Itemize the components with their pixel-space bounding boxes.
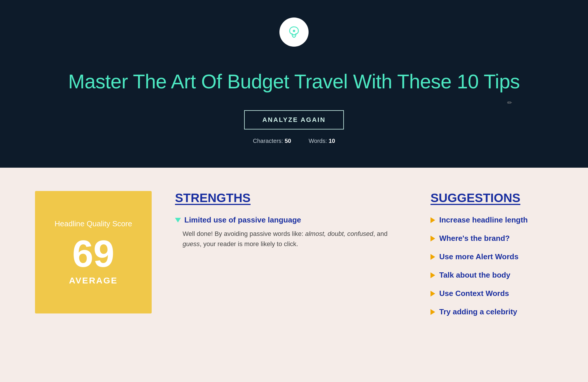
strengths-heading: STRENGTHS: [175, 191, 407, 205]
score-number: 69: [72, 235, 115, 273]
logo-container: [279, 17, 309, 47]
suggestion-arrow-icon-5: [430, 309, 435, 315]
strength-title: Limited use of passive language: [184, 215, 301, 225]
edit-icon[interactable]: ✏: [507, 99, 512, 106]
content-section: Headline Quality Score 69 AVERAGE STRENG…: [0, 168, 588, 355]
suggestions-section: SUGGESTIONS Increase headline length Whe…: [430, 191, 553, 326]
suggestion-text-5: Try adding a celebrity: [439, 307, 517, 316]
suggestion-arrow-icon-4: [430, 291, 435, 297]
suggestion-arrow-icon-3: [430, 272, 435, 278]
stats-row: Characters: 50 Words: 10: [253, 138, 335, 144]
expand-icon[interactable]: [175, 218, 181, 222]
suggestion-item-2[interactable]: Use more Alert Words: [430, 252, 553, 261]
suggestion-text-1: Where's the brand?: [439, 234, 510, 243]
suggestion-item-5[interactable]: Try adding a celebrity: [430, 307, 553, 316]
strengths-section: STRENGTHS Limited use of passive languag…: [175, 191, 407, 255]
suggestion-text-4: Use Context Words: [439, 289, 509, 298]
suggestion-item-0[interactable]: Increase headline length: [430, 215, 553, 225]
score-card: Headline Quality Score 69 AVERAGE: [35, 191, 152, 313]
hero-section: Master The Art Of Budget Travel With The…: [0, 0, 588, 168]
strength-item: Limited use of passive language Well don…: [175, 215, 407, 249]
score-rating: AVERAGE: [69, 276, 118, 285]
suggestion-arrow-icon-2: [430, 254, 435, 260]
strength-title-row: Limited use of passive language: [175, 215, 407, 225]
page-headline: Master The Art Of Budget Travel With The…: [68, 70, 520, 93]
suggestion-text-0: Increase headline length: [439, 215, 528, 225]
words-stat: Words: 10: [309, 138, 335, 144]
analyze-again-button[interactable]: ANALYZE AGAIN: [244, 110, 344, 129]
suggestion-item-4[interactable]: Use Context Words: [430, 289, 553, 298]
svg-point-0: [293, 30, 295, 32]
suggestions-heading: SUGGESTIONS: [430, 191, 553, 205]
suggestion-text-2: Use more Alert Words: [439, 252, 519, 261]
strength-body: Well done! By avoiding passive words lik…: [175, 229, 407, 249]
logo-icon: [286, 24, 302, 40]
suggestion-item-3[interactable]: Talk about the body: [430, 271, 553, 280]
characters-stat: Characters: 50: [253, 138, 291, 144]
suggestion-text-3: Talk about the body: [439, 271, 510, 280]
suggestion-arrow-icon-0: [430, 217, 435, 223]
suggestion-arrow-icon-1: [430, 236, 435, 241]
score-label: Headline Quality Score: [55, 219, 132, 229]
suggestion-item-1[interactable]: Where's the brand?: [430, 234, 553, 243]
